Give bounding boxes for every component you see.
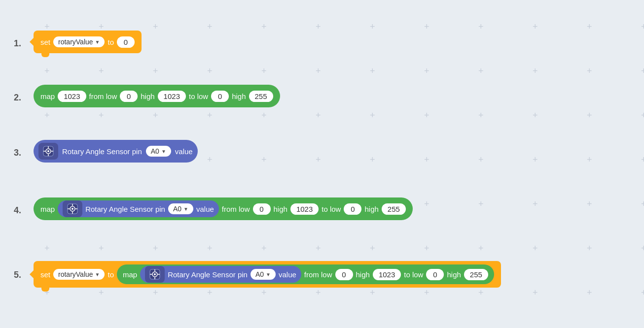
plus-sign: + <box>370 155 375 164</box>
block-map-2[interactable]: map 1023 from low 0 high 1023 to low 0 h… <box>34 85 280 107</box>
plus-sign: + <box>587 288 592 297</box>
plus-sign: + <box>478 288 484 297</box>
plus-sign: + <box>478 111 484 120</box>
plus-sign: + <box>424 155 429 164</box>
plus-sign: + <box>44 111 50 120</box>
plus-sign: + <box>641 288 644 297</box>
pin-dropdown-4[interactable]: A0 ▼ <box>168 203 193 214</box>
sensor-icon-5 <box>145 266 165 283</box>
block-sensor-3[interactable]: Rotary Angle Sensor pin A0 ▼ value <box>34 140 198 163</box>
high-val-255-2[interactable]: 255 <box>249 91 273 102</box>
block-row-3: Rotary Angle Sensor pin A0 ▼ value <box>34 140 198 163</box>
plus-sign: + <box>641 111 644 120</box>
sensor-icon-4 <box>63 200 82 217</box>
plus-sign: + <box>478 199 484 208</box>
high-val-1023-5[interactable]: 1023 <box>373 269 401 280</box>
plus-sign: + <box>641 66 644 75</box>
chevron-down-icon-4: ▼ <box>183 206 188 212</box>
to-low-val-0-4[interactable]: 0 <box>344 203 361 215</box>
set-label-5: set <box>40 270 50 279</box>
plus-sign: + <box>533 111 538 120</box>
low-val-0-2[interactable]: 0 <box>120 91 138 102</box>
map-label-2: map <box>40 92 55 100</box>
plus-sign: + <box>261 22 267 31</box>
plus-sign: + <box>261 244 267 253</box>
plus-sign: + <box>207 111 213 120</box>
plus-sign: + <box>44 244 50 253</box>
row-label-5: 5. <box>14 270 21 280</box>
plus-sign: + <box>533 199 538 208</box>
plus-sign: + <box>316 244 321 253</box>
high-val-255-5[interactable]: 255 <box>464 269 488 280</box>
rotary-value-dropdown-5[interactable]: rotaryValue ▼ <box>53 269 105 280</box>
block-sensor-4[interactable]: Rotary Angle Sensor pin A0 ▼ value <box>58 200 219 217</box>
block-map-5[interactable]: map Rotary Angle Sensor pin <box>117 264 494 284</box>
value-label-5: value <box>279 270 296 279</box>
plus-sign: + <box>641 199 644 208</box>
plus-sign: + <box>316 22 321 31</box>
plus-sign: + <box>424 244 429 253</box>
block-sensor-5[interactable]: Rotary Angle Sensor pin A0 ▼ value <box>140 266 301 283</box>
plus-sign: + <box>587 66 592 75</box>
block-row-4: map Rotary Angle Sensor pin A0 <box>34 197 413 220</box>
pin-dropdown-3[interactable]: A0 ▼ <box>146 146 171 157</box>
map-label-5: map <box>123 270 137 279</box>
plus-sign: + <box>478 22 484 31</box>
to-low-val-0-2[interactable]: 0 <box>211 91 229 102</box>
from-low-label-4: from low <box>222 205 250 213</box>
plus-sign: + <box>207 288 213 297</box>
plus-sign: + <box>533 155 538 164</box>
high-val-1023-4[interactable]: 1023 <box>290 203 319 215</box>
block-map-4[interactable]: map Rotary Angle Sensor pin A0 <box>34 197 413 220</box>
to-label-1: to <box>107 38 114 46</box>
chevron-down-icon-5b: ▼ <box>266 272 271 277</box>
high-val-255-4[interactable]: 255 <box>382 203 406 215</box>
plus-sign: + <box>641 22 644 31</box>
plus-sign: + <box>424 22 429 31</box>
workspace: ++++++++++++++++++++++++++++++++++++++++… <box>0 0 644 328</box>
plus-sign: + <box>370 66 375 75</box>
value-1023-2[interactable]: 1023 <box>58 91 86 102</box>
plus-sign: + <box>533 244 538 253</box>
plus-sign: + <box>587 155 592 164</box>
row-label-2: 2. <box>14 93 21 103</box>
plus-sign: + <box>424 288 429 297</box>
high-label2-2: high <box>232 92 246 100</box>
to-low-val-0-5[interactable]: 0 <box>426 269 444 280</box>
plus-sign: + <box>424 66 429 75</box>
plus-sign: + <box>99 288 104 297</box>
plus-sign: + <box>99 66 104 75</box>
plus-sign: + <box>370 288 375 297</box>
plus-sign: + <box>207 66 213 75</box>
value-input-1[interactable]: 0 <box>117 36 135 48</box>
plus-sign: + <box>261 111 267 120</box>
plus-sign: + <box>44 22 50 31</box>
chevron-down-icon-5: ▼ <box>95 272 100 277</box>
sensor-label-4: Rotary Angle Sensor pin <box>85 205 165 213</box>
plus-sign: + <box>99 111 104 120</box>
plus-sign: + <box>587 244 592 253</box>
pin-dropdown-5[interactable]: A0 ▼ <box>250 269 276 280</box>
plus-sign: + <box>370 22 375 31</box>
block-set-5[interactable]: set rotaryValue ▼ to map <box>34 261 501 288</box>
row-label-3: 3. <box>14 148 21 158</box>
high-label2-4: high <box>364 205 378 213</box>
plus-sign: + <box>99 22 104 31</box>
chevron-down-icon-3: ▼ <box>161 149 166 154</box>
plus-sign: + <box>424 111 429 120</box>
value-label-3: value <box>175 147 193 156</box>
from-low-label-5: from low <box>304 270 332 279</box>
plus-sign: + <box>316 288 321 297</box>
svg-point-2 <box>47 150 49 152</box>
plus-sign: + <box>587 199 592 208</box>
plus-sign: + <box>261 155 267 164</box>
low-val-0-4[interactable]: 0 <box>253 203 271 215</box>
block-set-1[interactable]: set rotaryValue ▼ to 0 <box>34 31 142 53</box>
plus-sign: + <box>153 111 158 120</box>
rotary-value-dropdown-1[interactable]: rotaryValue ▼ <box>53 36 105 47</box>
high-val-1023-2[interactable]: 1023 <box>158 91 186 102</box>
sensor-label-5: Rotary Angle Sensor pin <box>168 270 248 279</box>
plus-sign: + <box>207 244 213 253</box>
plus-sign: + <box>478 66 484 75</box>
low-val-0-5[interactable]: 0 <box>335 269 353 280</box>
